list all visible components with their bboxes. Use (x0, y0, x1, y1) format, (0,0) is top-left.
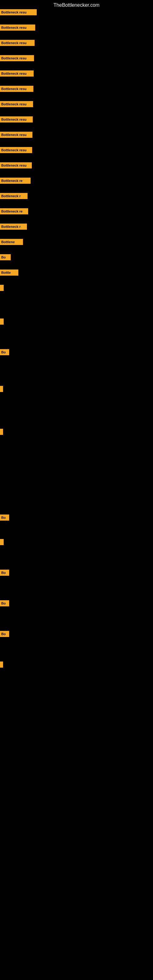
bottleneck-bar-9: Bottleneck resu (0, 132, 32, 138)
bottleneck-bar-3: Bottleneck resu (0, 40, 35, 46)
bottleneck-bar-13: Bottleneck r (0, 193, 27, 199)
bottleneck-bar-20 (0, 318, 4, 325)
bottleneck-bar-10: Bottleneck resu (0, 147, 32, 153)
bottleneck-bar-1: Bottleneck resu (0, 9, 37, 15)
site-title: TheBottlenecker.com (0, 0, 153, 10)
bottleneck-bar-17: Bo (0, 254, 11, 260)
bottleneck-bar-4: Bottleneck resu (0, 55, 34, 61)
bottleneck-bar-2: Bottleneck resu (0, 24, 35, 30)
bottleneck-bar-25 (0, 539, 4, 545)
bottleneck-bar-22 (0, 386, 3, 392)
bottleneck-bar-21: Bo (0, 349, 9, 355)
bottleneck-bar-28: Bo (0, 631, 9, 637)
bottleneck-bar-16: Bottlene (0, 239, 23, 245)
bottleneck-bar-19 (0, 285, 4, 291)
bottleneck-bar-11: Bottleneck resu (0, 162, 32, 169)
bottleneck-bar-27: Bo (0, 600, 9, 606)
bottleneck-bar-8: Bottleneck resu (0, 116, 33, 123)
bottleneck-bar-26: Bo (0, 570, 9, 576)
bottleneck-bar-12: Bottleneck re (0, 178, 30, 184)
bottleneck-bar-7: Bottleneck resu (0, 101, 33, 107)
bottleneck-bar-15: Bottleneck r (0, 224, 27, 230)
bottleneck-bar-23 (0, 429, 3, 435)
bottleneck-bar-6: Bottleneck resu (0, 86, 33, 92)
bottleneck-bar-18: Bottle (0, 269, 18, 275)
bottleneck-bar-5: Bottleneck resu (0, 70, 33, 76)
bottleneck-bar-29 (0, 662, 3, 668)
bottleneck-bar-14: Bottleneck re (0, 208, 28, 215)
bottleneck-bar-24: Bo (0, 514, 9, 520)
